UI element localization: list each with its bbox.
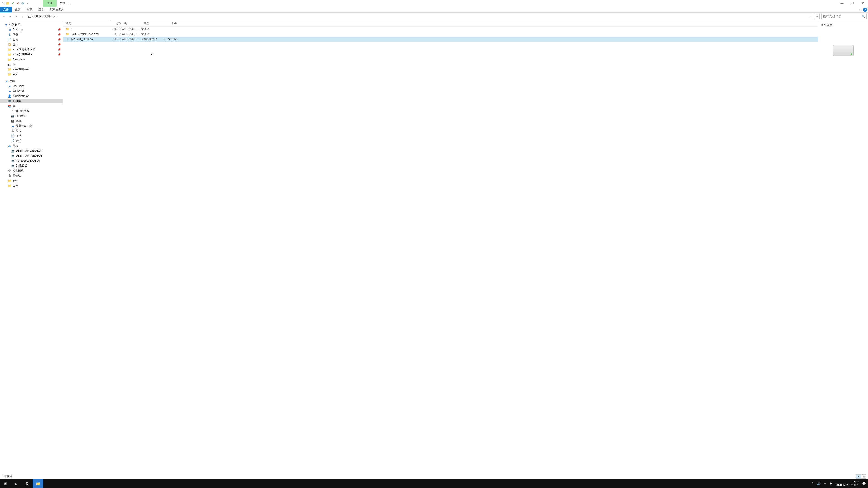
nav-folder-pictures[interactable]: 📁图片 [0,72,63,77]
breadcrumb-this-pc[interactable]: 此电脑 [33,14,41,18]
nav-back-icon[interactable]: ← [1,14,6,19]
nav-network-pc[interactable]: 💻DESKTOP-LSSOEDP [0,148,63,153]
breadcrumb-sep-icon[interactable]: › [56,15,56,18]
nav-drive-g[interactable]: 🖴G:\ [0,62,63,67]
ribbon-tab-file[interactable]: 文件 [0,7,12,12]
sort-asc-icon: ⌃ [110,20,111,22]
star-icon: ★ [4,23,8,26]
nav-desktop[interactable]: 🖥Desktop📌 [0,27,63,32]
column-header-size[interactable]: 大小 [164,22,180,25]
view-thumbnails-button[interactable]: ▦ [861,475,866,479]
taskbar-explorer-button[interactable]: 📁 [33,479,43,488]
nav-documents-lib[interactable]: 📄文档 [0,133,63,138]
nav-recycle-bin[interactable]: 🗑回收站 [0,173,63,178]
security-icon[interactable]: ⚑ [830,482,833,485]
ribbon-expand-icon[interactable]: ⌵ [860,8,861,12]
file-row[interactable]: 📁12020/12/15, 星期二 1...文件夹 [63,27,818,32]
nav-documents[interactable]: 📄文档📌 [0,37,63,42]
nav-history-icon[interactable]: ▾ [14,14,19,19]
help-icon[interactable]: ? [863,8,867,12]
minimize-button[interactable]: ― [837,0,847,7]
nav-camera-roll[interactable]: 📷本机照片 [0,113,63,119]
breadcrumb-sep-icon[interactable]: › [32,15,33,18]
file-row[interactable]: 📁BaiduNetdiskDownload2020/12/25, 星期五 1..… [63,32,818,37]
breadcrumb-sep-icon[interactable]: › [42,15,43,18]
nav-music[interactable]: 🎵音乐 [0,138,63,143]
nav-videos[interactable]: 🎬视频 [0,119,63,123]
qat-close-icon[interactable]: ✕ [16,2,20,5]
ribbon-tab-share[interactable]: 共享 [24,7,35,12]
ribbon-tab-home[interactable]: 主页 [12,7,24,12]
qat-dropdown-icon[interactable]: ▾ [26,2,29,5]
task-view-button[interactable]: ⧉ [22,479,33,488]
search-icon: ⌕ [15,482,18,486]
file-type: 文件夹 [141,27,164,31]
nav-libraries[interactable]: 📚库 [0,103,63,108]
nav-control-panel[interactable]: ⚙控制面板 [0,168,63,173]
nav-folder-win7[interactable]: 📁win7重装win7 [0,67,63,72]
tray-overflow-icon[interactable]: ⌃ [811,482,814,485]
pc-icon: 💻 [11,164,14,167]
cloud-icon: ☁ [8,90,11,93]
item-count: 3 个项目 [821,23,833,27]
search-box[interactable]: 🔍 [822,13,867,20]
nav-folder-excel[interactable]: 📁excel表格制作求和📌 [0,47,63,52]
nav-forward-icon[interactable]: → [8,14,12,19]
nav-onedrive[interactable]: ☁OneDrive [0,84,63,89]
view-details-button[interactable]: ≣ [856,475,861,479]
action-center-icon[interactable]: 💬 [862,482,866,485]
network-icon: 🖧 [8,144,11,148]
document-icon: 📄 [11,134,14,138]
breadcrumb-dropdown-icon[interactable]: ⌵ [810,15,811,18]
nav-desktop-cn[interactable]: 🖥桌面 [0,78,63,84]
nav-network-pc[interactable]: 💻PC-20190530OBLA [0,158,63,163]
document-icon: 📄 [8,38,11,41]
qat-gear-icon[interactable]: ⚙ [21,2,24,5]
taskbar-clock[interactable]: 16:32 2020/12/25, 星期五 [836,480,859,487]
nav-up-icon[interactable]: ↑ [20,14,25,19]
ribbon-tab-view[interactable]: 查看 [35,7,47,12]
nav-folder-bandicam[interactable]: 📁Bandicam [0,57,63,62]
search-input[interactable] [823,15,862,18]
column-header-name[interactable]: 名称⌃ [63,22,114,25]
recycle-icon: 🗑 [8,174,11,177]
refresh-button[interactable]: ⟳ [814,13,819,20]
nav-folder-files[interactable]: 📁文件 [0,183,63,188]
maximize-button[interactable]: ☐ [847,0,858,7]
nav-network[interactable]: 🖧网络 [0,143,63,148]
nav-this-pc[interactable]: 💻此电脑 [0,98,63,103]
close-button[interactable]: ✕ [858,0,868,7]
clock-date: 2020/12/25, 星期五 [836,484,859,487]
file-row[interactable]: 💿Win7x64_2020.iso2020/12/25, 星期五 1...光盘映… [63,37,818,41]
manage-contextual-tab[interactable]: 管理 [43,0,57,6]
nav-folder-software[interactable]: 📁软件 [0,178,63,183]
breadcrumb[interactable]: 🖴 › 此电脑 › 文档 (E:) › ⌵ [27,13,812,20]
file-type: 文件夹 [141,32,164,36]
nav-saved-pictures[interactable]: 🖼保存的图片 [0,108,63,113]
qat-folder-icon[interactable]: 📁 [6,2,9,5]
ime-icon[interactable]: 中 [824,482,827,486]
qat-check-icon[interactable]: ✔ [11,2,14,5]
nav-folder-yunqishi[interactable]: 📁YUNQISHI2019📌 [0,52,63,57]
search-icon[interactable]: 🔍 [862,15,865,18]
nav-admin[interactable]: 👤Administrator [0,94,63,98]
nav-network-pc[interactable]: 💻DESKTOP-NJEU3CG [0,153,63,158]
nav-tianyi[interactable]: ☁天翼云盘下载 [0,123,63,128]
nav-wps[interactable]: ☁WPS网盘 [0,89,63,94]
nav-pictures[interactable]: 🖼图片📌 [0,42,63,47]
folder-icon: 📁 [8,179,11,182]
column-header-date[interactable]: 修改日期 [114,22,141,25]
volume-icon[interactable]: 🔊 [817,482,820,485]
pc-icon: 💻 [8,99,11,103]
nav-network-pc[interactable]: 💻ZMT2019 [0,163,63,168]
taskbar-search-button[interactable]: ⌕ [11,479,22,488]
desktop-icon: 🖥 [4,79,8,83]
window-title: 文档 (E:) [57,1,73,5]
nav-downloads[interactable]: ⬇下载📌 [0,32,63,37]
nav-pictures-lib[interactable]: 🖼图片 [0,128,63,133]
start-button[interactable]: ⊞ [0,479,11,488]
breadcrumb-drive[interactable]: 文档 (E:) [44,14,55,18]
ribbon-tab-drive-tools[interactable]: 驱动器工具 [47,7,67,12]
column-header-type[interactable]: 类型 [141,22,164,25]
nav-quick-access[interactable]: ★快速访问 [0,22,63,27]
